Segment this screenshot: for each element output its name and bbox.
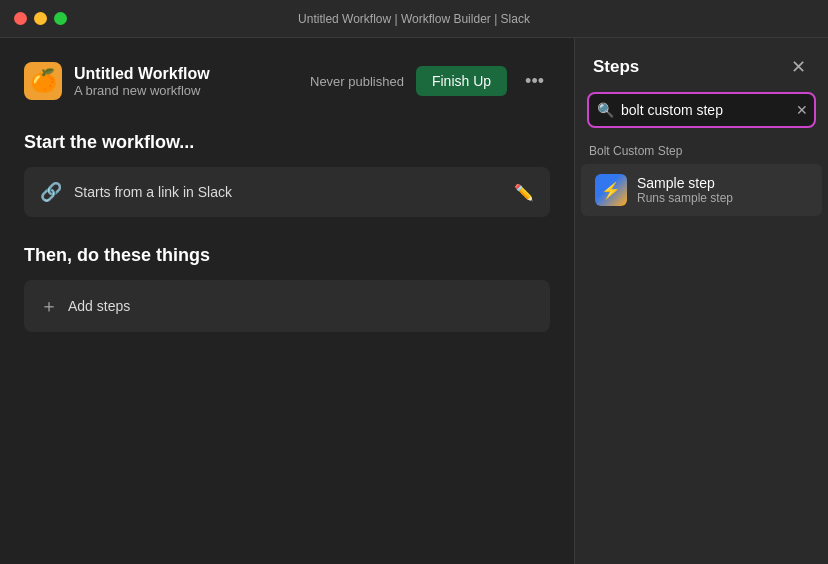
then-section: Then, do these things ＋ Add steps: [24, 245, 550, 332]
workflow-actions: Never published Finish Up •••: [310, 66, 550, 96]
start-section-label: Start the workflow...: [24, 132, 550, 153]
plus-icon: ＋: [40, 294, 58, 318]
step-item[interactable]: ⚡ Sample step Runs sample step: [581, 164, 822, 216]
publish-status: Never published: [310, 74, 404, 89]
trigger-card[interactable]: 🔗 Starts from a link in Slack ✏️: [24, 167, 550, 217]
edit-icon[interactable]: ✏️: [514, 183, 534, 202]
start-section: Start the workflow... 🔗 Starts from a li…: [24, 132, 550, 217]
right-panel: Steps ✕ 🔍 ✕ Bolt Custom Step ⚡ Sample st…: [574, 38, 828, 564]
finish-up-button[interactable]: Finish Up: [416, 66, 507, 96]
close-traffic-light[interactable]: [14, 12, 27, 25]
more-options-button[interactable]: •••: [519, 67, 550, 96]
left-panel: 🍊 Untitled Workflow A brand new workflow…: [0, 38, 574, 564]
step-item-description: Runs sample step: [637, 191, 733, 205]
search-clear-button[interactable]: ✕: [796, 102, 808, 118]
traffic-lights: [14, 12, 67, 25]
step-item-name: Sample step: [637, 175, 733, 191]
search-input[interactable]: [587, 92, 816, 128]
titlebar-text: Untitled Workflow | Workflow Builder | S…: [298, 12, 530, 26]
add-steps-card[interactable]: ＋ Add steps: [24, 280, 550, 332]
steps-header: Steps ✕: [575, 38, 828, 92]
then-section-label: Then, do these things: [24, 245, 550, 266]
add-steps-text: Add steps: [68, 298, 130, 314]
trigger-left: 🔗 Starts from a link in Slack: [40, 181, 232, 203]
workflow-text: Untitled Workflow A brand new workflow: [74, 65, 210, 98]
steps-title: Steps: [593, 57, 639, 77]
step-item-text: Sample step Runs sample step: [637, 175, 733, 205]
step-item-icon: ⚡: [595, 174, 627, 206]
titlebar: Untitled Workflow | Workflow Builder | S…: [0, 0, 828, 38]
step-item-icon-inner: ⚡: [595, 174, 627, 206]
trigger-text: Starts from a link in Slack: [74, 184, 232, 200]
search-container: 🔍 ✕: [587, 92, 816, 128]
step-category-label: Bolt Custom Step: [575, 140, 828, 164]
workflow-icon: 🍊: [24, 62, 62, 100]
maximize-traffic-light[interactable]: [54, 12, 67, 25]
link-icon: 🔗: [40, 181, 62, 203]
close-steps-button[interactable]: ✕: [787, 54, 810, 80]
main-container: 🍊 Untitled Workflow A brand new workflow…: [0, 38, 828, 564]
workflow-header: 🍊 Untitled Workflow A brand new workflow…: [24, 62, 550, 100]
minimize-traffic-light[interactable]: [34, 12, 47, 25]
workflow-subtitle: A brand new workflow: [74, 83, 210, 98]
workflow-info: 🍊 Untitled Workflow A brand new workflow: [24, 62, 210, 100]
workflow-name: Untitled Workflow: [74, 65, 210, 83]
